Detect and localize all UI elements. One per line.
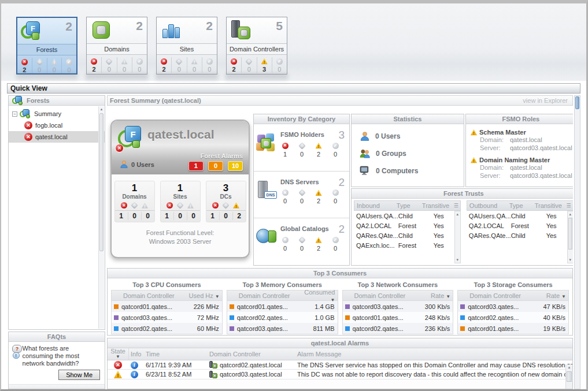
domain-controller-column-header[interactable]: Domain Controller: [112, 292, 186, 299]
faqts-title: FAQts: [9, 332, 105, 342]
consumer-row[interactable]: qatcord02.qates...236 Kb/s: [343, 323, 453, 334]
tree-item-fogb-local[interactable]: fogb.local: [9, 120, 105, 131]
forest-card[interactable]: F ✕ qatest.local 0 Users Forest Alarms: [110, 120, 250, 258]
inventory-item-dns-servers[interactable]: DNS DNS Servers 2 0 0 2 0: [254, 172, 349, 219]
consumer-row[interactable]: qatcord02.qates...40 KB/s: [458, 312, 568, 323]
unknown-status-icon: [131, 202, 138, 209]
group-icon: [360, 148, 371, 159]
inbound-scrollbar[interactable]: ▲ ▼: [454, 211, 461, 263]
outbound-column-header[interactable]: Outbound: [467, 202, 509, 209]
alarm-row[interactable]: i 6/23/11 8:52 AM qatcord03.qatest.local…: [108, 370, 572, 379]
consumer-row[interactable]: qatcord03.qates...811 MB: [227, 323, 338, 334]
info-column-header[interactable]: Info: [128, 348, 146, 360]
consumer-row[interactable]: qatcord01.qates...226 MHz: [112, 301, 222, 312]
trust-row[interactable]: QAExch.loc...ForestYes: [354, 240, 454, 250]
consumer-row[interactable]: qatcord01.qates...1.4 GB: [227, 301, 338, 312]
show-me-button[interactable]: Show Me: [58, 370, 100, 380]
error-badge-icon: ✕: [115, 144, 124, 152]
inventory-item-fsmo-holders[interactable]: FSMO Holders 3 1 0 2 0: [254, 124, 349, 172]
transitive-column-header[interactable]: Transitive: [422, 202, 452, 209]
alarm-row[interactable]: i 6/17/11 9:39 AM qatcord02.qatest.local…: [108, 360, 572, 370]
tile-domains[interactable]: 2 Domains 2 0 0 0: [86, 17, 147, 75]
series-swatch: [460, 326, 465, 331]
view-in-explorer-link[interactable]: view in Explorer: [523, 97, 568, 104]
dns-servers-icon: DNS: [256, 181, 277, 200]
consumer-row[interactable]: qatcord01.qates...19 KB/s: [458, 323, 568, 334]
computers-stat: 0 Computers: [376, 167, 418, 175]
trust-row[interactable]: QARes.QAte...ChildYes: [467, 230, 567, 240]
alarm-count-warning[interactable]: 10: [228, 161, 243, 171]
tree-item-summary[interactable]: − Summary: [9, 108, 105, 120]
inventory-title: Inventory By Category: [254, 114, 349, 124]
domains-count: 2: [136, 19, 143, 33]
user-icon: [360, 131, 370, 141]
trust-row[interactable]: QA2.LOCALForestYes: [467, 221, 567, 230]
scrollbar-thumb[interactable]: [575, 96, 579, 109]
collapse-icon[interactable]: −: [12, 111, 17, 117]
forests-panel: Forests − Summary fogb.local qatest.loca: [8, 95, 105, 330]
warning-status-icon: [316, 143, 322, 149]
used-hz-column-header[interactable]: Used Hz ▼: [186, 292, 222, 299]
tile-sites[interactable]: 2 Sites 2 0 0 0: [156, 17, 217, 75]
alarm-count-error[interactable]: 0: [208, 161, 223, 171]
card-stat-domains: 1 Domains 1 0 0: [114, 181, 155, 222]
inbound-column-header[interactable]: Inbound: [354, 202, 397, 209]
transitive-column-header[interactable]: Transitive: [535, 202, 565, 209]
tile-domain-controllers[interactable]: 5 Domain Controllers 2 0 3 0: [226, 17, 287, 75]
trust-row[interactable]: QAUsers.QA...ChildYes: [354, 211, 454, 221]
scrollbar-thumb[interactable]: [568, 218, 572, 250]
scroll-up-icon[interactable]: ▲: [99, 106, 104, 113]
column-chooser-icon[interactable]: ☰: [565, 203, 573, 208]
forests-icon: F: [20, 21, 42, 42]
consumer-row[interactable]: qatcord02.qates...60 MHz: [112, 323, 222, 334]
consumer-row[interactable]: qatcord03.qates...300 Kb/s: [343, 301, 453, 312]
consumed-column-header[interactable]: Consumed ▼: [302, 289, 338, 303]
unknown-status-icon: [298, 236, 306, 244]
consumer-row[interactable]: qatcord03.qates...47 KB/s: [458, 301, 568, 312]
state-column-header[interactable]: State▼: [108, 348, 128, 360]
quick-view-header: Quick View: [7, 83, 580, 94]
alarms-scrollbar[interactable]: ▲: [565, 364, 572, 389]
fsmo-roles-title: FSMO Roles: [466, 114, 573, 124]
scroll-down-icon[interactable]: ▼: [568, 257, 573, 263]
consumer-row[interactable]: qatcord01.qates...248 Kb/s: [343, 312, 453, 323]
scrollbar-thumb[interactable]: [99, 113, 103, 251]
dc-column-header[interactable]: Domain Controller: [209, 348, 297, 360]
series-swatch: [460, 304, 465, 309]
type-column-header[interactable]: Type: [397, 202, 422, 209]
sort-desc-icon: ▼: [331, 297, 335, 303]
trust-row[interactable]: QAUsers.QA...ChildYes: [467, 211, 567, 221]
scroll-up-icon[interactable]: ▲: [455, 211, 460, 217]
message-column-header[interactable]: Alarm Message: [297, 348, 572, 360]
tree-item-qatest-local[interactable]: qatest.local: [9, 131, 105, 143]
trust-row[interactable]: QA2.LOCALForestYes: [354, 221, 454, 230]
unknown-status-icon: [36, 58, 43, 66]
warning-status-icon: [233, 202, 239, 208]
domain-controller-column-header[interactable]: Domain Controller: [227, 292, 302, 299]
domain-controller-column-header[interactable]: Domain Controller: [458, 292, 532, 299]
scroll-down-icon[interactable]: ▼: [455, 257, 460, 263]
tile-forests[interactable]: F 2 Forests 2 0 0 0: [16, 17, 77, 75]
rate-column-header[interactable]: Rate ▼: [532, 292, 568, 299]
main-scrollbar[interactable]: [574, 95, 580, 389]
type-column-header[interactable]: Type: [509, 202, 535, 209]
inventory-item-global-catalogs[interactable]: Global Catalogs 2 0 0 2 0: [254, 218, 349, 265]
card-stat-sites: 1 Sites 1 0 0: [160, 181, 201, 222]
rate-column-header[interactable]: Rate ▼: [417, 292, 453, 299]
statistics-title: Statistics: [352, 114, 464, 124]
consumer-row[interactable]: qatcord02.qates...1.0 GB: [227, 312, 338, 323]
trust-row[interactable]: QARes.QAte...ChildYes: [354, 230, 454, 240]
scrollbar-thumb[interactable]: [567, 371, 572, 382]
scroll-up-icon[interactable]: ▲: [568, 211, 573, 217]
info-icon[interactable]: i: [131, 371, 138, 378]
tree-scrollbar[interactable]: ▲: [98, 106, 104, 329]
consumer-row[interactable]: qatcord03.qates...72 MHz: [112, 312, 222, 323]
faqts-panel: FAQts ? ! What forests are consuming the…: [8, 332, 105, 389]
info-icon[interactable]: i: [131, 362, 138, 369]
outbound-scrollbar[interactable]: ▲ ▼: [567, 211, 573, 263]
domain-controller-column-header[interactable]: Domain Controller: [343, 292, 417, 299]
column-chooser-icon[interactable]: ☰: [452, 203, 460, 208]
time-column-header[interactable]: Time: [146, 348, 209, 360]
scroll-up-icon[interactable]: ▲: [566, 364, 572, 371]
alarm-count-critical[interactable]: 1: [188, 161, 204, 171]
